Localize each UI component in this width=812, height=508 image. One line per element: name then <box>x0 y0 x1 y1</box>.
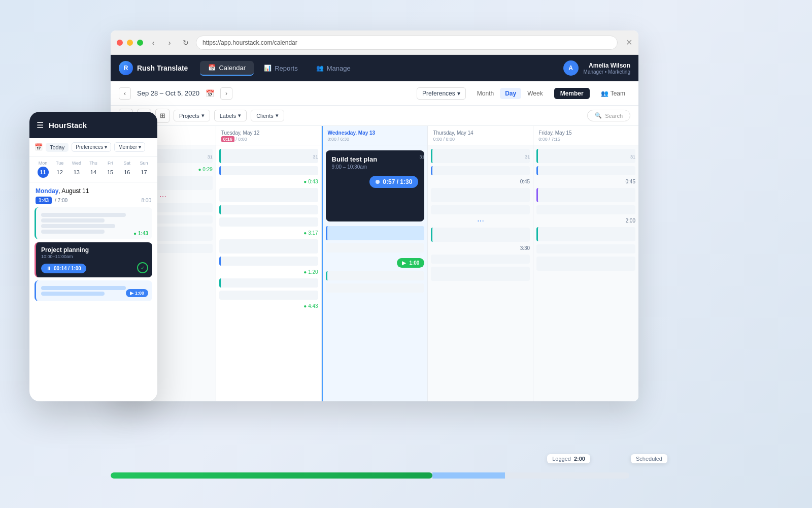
tue-event-7[interactable] <box>219 257 318 266</box>
month-view-button[interactable]: Month <box>472 88 499 99</box>
thu-event-4[interactable] <box>431 205 530 214</box>
week-day-fri[interactable]: Fri 15 <box>105 161 116 178</box>
browser-refresh-btn[interactable]: ↻ <box>180 37 192 49</box>
time-tue-4-43: ● 4:43 <box>219 302 318 310</box>
app-logo[interactable]: R Rush Translate <box>119 61 188 75</box>
fri-event-2[interactable] <box>536 166 635 175</box>
scheduled-label: Scheduled <box>636 456 662 462</box>
browser-min-btn[interactable] <box>127 40 133 46</box>
mobile-cal-icon: 📅 <box>35 143 43 151</box>
highlighted-event-wednesday[interactable]: Build test plan 9:00 – 10:30am 0:57 / 1:… <box>326 150 425 221</box>
tue-event-1[interactable] <box>219 149 318 163</box>
tue-event-4[interactable] <box>219 205 318 214</box>
week-day-name-thu: Thu <box>89 161 97 166</box>
clients-filter-label: Clients <box>256 113 274 119</box>
browser-back-btn[interactable]: ‹ <box>147 37 159 49</box>
week-day-tue[interactable]: Tue 12 <box>54 161 65 178</box>
search-button[interactable]: 🔍 Search <box>587 110 630 121</box>
thu-event-2[interactable] <box>431 166 530 175</box>
thu-event-1[interactable] <box>431 149 530 163</box>
time-thu-0-45: 0:45 <box>431 178 530 185</box>
browser-close-btn[interactable] <box>117 40 123 46</box>
projects-filter-button[interactable]: Projects ▾ <box>174 110 210 121</box>
progress-bar-logged <box>111 472 432 479</box>
mobile-event-2[interactable]: Project planning 10:00–11:00am ⏸ 00:14 /… <box>35 242 152 277</box>
mobile-member-label: Member <box>118 144 137 150</box>
thu-event-6[interactable] <box>431 255 530 264</box>
nav-tab-manage[interactable]: 👥 Manage <box>308 61 359 76</box>
mobile-timer-value: 00:14 / 1:00 <box>54 266 81 271</box>
mobile-bottom-chip[interactable]: ▶ 1:00 <box>126 289 148 297</box>
week-day-thu[interactable]: Thu 14 <box>88 161 99 178</box>
week-day-num-tue: 12 <box>54 167 65 178</box>
day-view-button[interactable]: Day <box>500 88 521 99</box>
week-day-num-sun: 17 <box>138 167 149 178</box>
mobile-member-dropdown[interactable]: Member ▾ <box>114 142 145 152</box>
grid-action-button[interactable]: ⊞ <box>155 109 170 123</box>
wed-event-4[interactable] <box>326 271 425 280</box>
week-day-sat[interactable]: Sat 16 <box>121 161 132 178</box>
mobile-date-header: Monday, August 11 <box>29 182 157 197</box>
week-day-wed[interactable]: Wed 13 <box>71 161 82 178</box>
mobile-event-1-badge: ● 1:43 <box>133 231 148 236</box>
prev-date-button[interactable]: ‹ <box>119 87 131 100</box>
day-column-friday: Friday, May 15 0:00 / 7:15 31 0:45 2:00 <box>533 126 638 401</box>
browser-forward-btn[interactable]: › <box>163 37 176 49</box>
week-day-mon[interactable]: Mon 11 <box>38 161 49 178</box>
mobile-check-button[interactable]: ✓ <box>137 262 148 273</box>
wed-event-2[interactable] <box>326 226 425 240</box>
mobile-pref-label: Preferences <box>76 144 103 150</box>
tue-event-9[interactable] <box>219 291 318 300</box>
next-date-button[interactable]: › <box>220 87 232 100</box>
thu-event-7[interactable] <box>431 267 530 281</box>
browser-max-btn[interactable] <box>137 40 143 46</box>
labels-filter-button[interactable]: Labels ▾ <box>214 110 247 121</box>
tue-event-2[interactable] <box>219 166 318 175</box>
week-view-button[interactable]: Week <box>522 88 548 99</box>
fri-event-3[interactable] <box>536 188 635 202</box>
day-header-friday: Friday, May 15 0:00 / 7:15 <box>533 126 638 145</box>
fri-event-4[interactable] <box>536 205 635 214</box>
mobile-preferences-dropdown[interactable]: Preferences ▾ <box>72 142 111 152</box>
mobile-today-button[interactable]: Today <box>46 143 69 152</box>
mobile-event-3[interactable]: ▶ 1:00 <box>35 280 152 301</box>
nav-tab-reports-label: Reports <box>275 65 298 72</box>
tue-event-6[interactable] <box>219 239 318 253</box>
preferences-button[interactable]: Preferences ▾ <box>417 87 466 100</box>
calendar-toolbar: ‹ Sep 28 – Oct 5, 2020 📅 › Preferences ▾… <box>111 81 638 106</box>
tue-event-5[interactable] <box>219 217 318 227</box>
timer-chip-wednesday[interactable]: 0:57 / 1:30 <box>369 176 418 188</box>
mobile-toolbar: 📅 Today Preferences ▾ Member ▾ <box>29 138 157 156</box>
clients-filter-button[interactable]: Clients ▾ <box>251 110 284 121</box>
team-view-button[interactable]: 👥 Team <box>596 88 630 99</box>
projects-chevron-icon: ▾ <box>201 112 205 119</box>
wed-event-3[interactable] <box>326 243 425 252</box>
wed-event-5[interactable] <box>326 283 425 293</box>
week-day-sun[interactable]: Sun 17 <box>138 161 149 178</box>
mobile-timer-chip[interactable]: ⏸ 00:14 / 1:00 <box>41 264 86 273</box>
fri-event-6[interactable] <box>536 244 635 253</box>
thu-event-5[interactable] <box>431 228 530 242</box>
mobile-event-list: ● 1:43 Project planning 10:00–11:00am ⏸ … <box>29 207 157 401</box>
mobile-event-bar-1b <box>41 218 105 223</box>
tue-event-3[interactable] <box>219 188 318 202</box>
browser-url-bar[interactable]: https://app.hourstack.com/calendar <box>196 36 618 50</box>
tue-event-8[interactable] <box>219 278 318 288</box>
fri-event-7[interactable] <box>536 257 635 271</box>
play-chip-wednesday[interactable]: ▶ 1:00 <box>397 258 424 268</box>
clients-chevron-icon: ▾ <box>276 112 279 119</box>
thu-event-3[interactable] <box>431 188 530 202</box>
nav-tab-reports[interactable]: 📊 Reports <box>256 61 306 76</box>
browser-window-close[interactable]: ✕ <box>626 38 632 47</box>
mobile-date-strong: Monday <box>36 187 58 195</box>
fri-event-1[interactable] <box>536 149 635 163</box>
mobile-event-1[interactable]: ● 1:43 <box>35 207 152 239</box>
hamburger-icon[interactable]: ☰ <box>37 120 44 130</box>
manage-nav-icon: 👥 <box>316 65 324 72</box>
user-info: Amelia Wilson Manager • Marketing <box>584 62 630 75</box>
fri-event-5[interactable] <box>536 227 635 241</box>
mobile-pause-icon: ⏸ <box>46 266 51 271</box>
nav-tab-calendar[interactable]: 📅 Calendar <box>200 61 254 76</box>
member-view-button[interactable]: Member <box>554 88 590 99</box>
calendar-picker-icon[interactable]: 📅 <box>206 89 214 98</box>
